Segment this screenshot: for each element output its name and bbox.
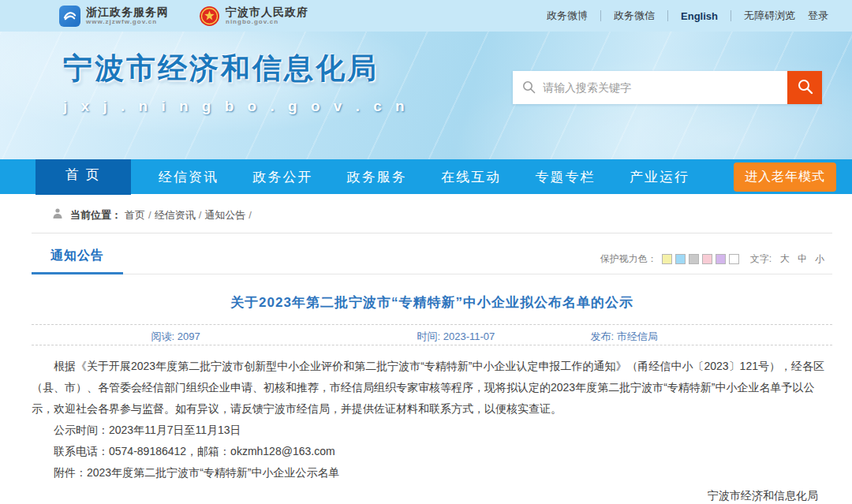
zhejiang-logo-url: www.zjzwfw.gov.cn bbox=[86, 18, 169, 25]
elder-mode-button[interactable]: 进入老年模式 bbox=[734, 162, 836, 192]
page-content: 当前位置： 首页 / 经信资讯 / 通知公告 / 通知公告 保护视力色： 文字:… bbox=[32, 194, 832, 504]
site-banner: 宁波市经济和信息化局 j x j . n i n g b o . g o v .… bbox=[0, 32, 852, 159]
link-login[interactable]: 登录 bbox=[808, 9, 828, 23]
eye-color-pink[interactable] bbox=[702, 254, 712, 264]
nav-item-special-columns[interactable]: 专题专栏 bbox=[529, 159, 602, 194]
search-bar bbox=[513, 71, 822, 104]
search-icon bbox=[522, 80, 536, 97]
nav-item-industry-operation[interactable]: 产业运行 bbox=[623, 159, 696, 194]
font-size-medium[interactable]: 中 bbox=[798, 252, 807, 266]
article-title: 关于2023年第二批宁波市“专精特新”中小企业拟公布名单的公示 bbox=[32, 293, 832, 312]
breadcrumb-home[interactable]: 首页 bbox=[125, 208, 145, 222]
paragraph-publicity-period: 公示时间：2023年11月7日至11月13日 bbox=[32, 420, 832, 441]
link-gov-weibo[interactable]: 政务微博 bbox=[547, 9, 588, 23]
divider bbox=[731, 10, 731, 21]
zhejiang-gov-logo[interactable]: 浙江政务服务网 www.zjzwfw.gov.cn bbox=[59, 6, 169, 27]
site-title: 宁波市经济和信息化局 bbox=[63, 49, 409, 88]
eye-color-purple[interactable] bbox=[716, 254, 726, 264]
link-english[interactable]: English bbox=[681, 10, 718, 22]
eye-protect-label: 保护视力色： bbox=[600, 252, 657, 266]
search-button[interactable] bbox=[787, 71, 822, 104]
ningbo-logo-url: ningbo.gov.cn bbox=[226, 18, 308, 25]
read-count: 阅读: 2097 bbox=[151, 330, 200, 344]
link-accessibility[interactable]: 无障碍浏览 bbox=[744, 9, 795, 23]
divider bbox=[600, 10, 601, 21]
font-size-large[interactable]: 大 bbox=[780, 252, 790, 266]
section-toolbar: 通知公告 保护视力色： 文字: 大 中 小 bbox=[32, 245, 832, 274]
site-url: j x j . n i n g b o . g o v . c n bbox=[63, 98, 409, 115]
breadcrumb: 当前位置： 首页 / 经信资讯 / 通知公告 / bbox=[32, 194, 832, 233]
article-meta: 阅读: 2097 时间: 2023-11-07 发布: 市经信局 bbox=[32, 324, 832, 345]
signature-org: 宁波市经济和信息化局 bbox=[32, 485, 818, 504]
nav-item-home[interactable]: 首 页 bbox=[36, 154, 131, 195]
breadcrumb-jingxin-news[interactable]: 经信资讯 bbox=[155, 208, 196, 222]
signature-block: 宁波市经济和信息化局 2023年11月6日 bbox=[32, 485, 832, 504]
search-button-icon bbox=[797, 78, 813, 97]
main-nav: 首 页 经信资讯 政务公开 政务服务 在线互动 专题专栏 产业运行 进入老年模式 bbox=[0, 159, 852, 194]
breadcrumb-label: 当前位置： bbox=[70, 208, 121, 222]
zhejiang-logo-title: 浙江政务服务网 bbox=[86, 6, 169, 18]
breadcrumb-separator: / bbox=[248, 209, 252, 221]
article-body: 根据《关于开展2023年度第二批宁波市创新型中小企业评价和第二批宁波市“专精特新… bbox=[32, 356, 832, 483]
view-controls: 保护视力色： 文字: 大 中 小 bbox=[600, 252, 828, 266]
location-icon bbox=[51, 207, 64, 222]
paragraph: 根据《关于开展2023年度第二批宁波市创新型中小企业评价和第二批宁波市“专精特新… bbox=[32, 356, 832, 420]
breadcrumb-separator: / bbox=[199, 209, 202, 221]
publisher: 发布: 市经信局 bbox=[590, 330, 657, 344]
nav-item-gov-services[interactable]: 政务服务 bbox=[341, 159, 413, 194]
national-emblem-icon bbox=[199, 6, 220, 27]
nav-item-online-interaction[interactable]: 在线互动 bbox=[435, 159, 507, 194]
publish-time: 时间: 2023-11-07 bbox=[417, 330, 495, 344]
eye-color-white[interactable] bbox=[729, 254, 739, 264]
eye-color-blue[interactable] bbox=[675, 254, 686, 264]
eye-color-yellow[interactable] bbox=[662, 254, 672, 264]
font-size-small[interactable]: 小 bbox=[815, 252, 824, 266]
tab-notices[interactable]: 通知公告 bbox=[32, 245, 123, 274]
breadcrumb-separator: / bbox=[148, 209, 151, 221]
search-input[interactable] bbox=[513, 71, 787, 104]
top-utility-bar: 浙江政务服务网 www.zjzwfw.gov.cn 宁波市人民政府 ningbo… bbox=[0, 0, 852, 32]
paragraph-contact: 联系电话：0574-89186412，邮箱：okzmh128@163.com bbox=[32, 441, 832, 462]
font-size-label: 文字: bbox=[750, 252, 772, 266]
link-gov-wechat[interactable]: 政务微信 bbox=[614, 9, 655, 23]
paragraph-attachment-note: 附件：2023年度第二批宁波市“专精特新”中小企业公示名单 bbox=[32, 462, 832, 483]
ningbo-gov-logo[interactable]: 宁波市人民政府 ningbo.gov.cn bbox=[199, 6, 308, 27]
breadcrumb-notices[interactable]: 通知公告 bbox=[204, 208, 245, 222]
divider bbox=[667, 10, 668, 21]
nav-item-jingxin-news[interactable]: 经信资讯 bbox=[152, 159, 225, 194]
top-links: 政务微博 政务微信 English 无障碍浏览 登录 bbox=[547, 9, 828, 23]
ningbo-logo-title: 宁波市人民政府 bbox=[226, 6, 308, 18]
eye-color-gray[interactable] bbox=[689, 254, 699, 264]
zhejiang-logo-icon bbox=[59, 6, 80, 27]
nav-item-gov-disclosure[interactable]: 政务公开 bbox=[246, 159, 319, 194]
